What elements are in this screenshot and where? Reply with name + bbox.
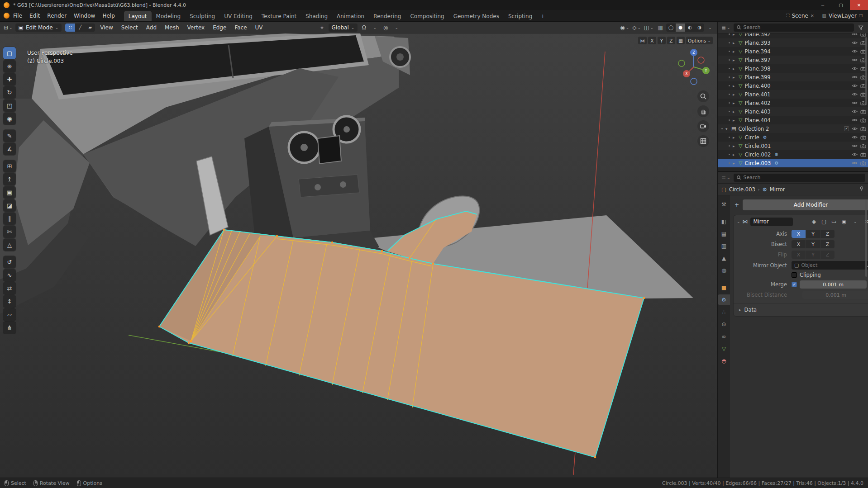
gizmo-neg-y-axis[interactable] [678,60,685,66]
disclosure-triangle-icon[interactable] [733,84,737,88]
snap-grid-icon[interactable]: ▦ [677,37,685,44]
bisect-distance-field[interactable]: 0.001 m [802,291,868,299]
disclosure-triangle-icon[interactable] [733,144,737,148]
minimize-button[interactable]: ─ [814,0,832,10]
outliner-row[interactable]: ▤ ▽ Plane.402 ⚙ ✓ [718,99,868,107]
merge-checkbox[interactable]: ✓ [792,282,797,287]
select-mode-button[interactable]: ▰ [85,24,95,32]
add-workspace-button[interactable]: + [537,11,548,21]
properties-tab[interactable]: ◧ [718,216,730,227]
outliner-row[interactable]: ▤ ▽ Collection 2 ⚙ ✓ [718,124,868,133]
disclosure-triangle-icon[interactable] [733,75,737,80]
properties-tab[interactable]: ▽ [718,343,730,354]
hide-viewport-icon[interactable] [852,75,858,79]
outliner-row[interactable]: ▤ ▽ Plane.399 ⚙ ✓ [718,73,868,81]
properties-tab[interactable]: ▲ [718,253,730,263]
select-mode-button[interactable]: ╱ [75,24,85,32]
toolbar-tool-button[interactable]: ↻ [3,86,16,99]
workspace-tab[interactable]: Animation [332,11,369,21]
properties-tab[interactable]: ∴ [718,307,730,317]
toolbar-tool-button[interactable]: ▱ [3,308,16,321]
workspace-tab[interactable]: Geometry Nodes [449,11,504,21]
axis-y-toggle[interactable]: Y [806,251,820,259]
disable-render-icon[interactable] [860,161,866,166]
disclosure-triangle-icon[interactable] [733,49,737,54]
toolbar-tool-button[interactable]: ✄ [3,226,16,238]
viewport-menu-item[interactable]: Vertex [184,24,208,32]
shading-mode-button[interactable]: ◐ [685,24,695,32]
shading-mode-button[interactable]: ◑ [695,24,704,32]
hide-viewport-icon[interactable] [852,161,858,165]
topbar-menu-item[interactable]: Window [70,11,99,20]
properties-editor-type-icon[interactable]: ≡⌄ [720,173,731,182]
object-name[interactable]: Plane.398 [744,66,770,72]
viewport-canvas[interactable]: ▢ ⊕ ✚ ↻ ◰ ◉ ✎ ∡ ⊞ ↥ [0,33,717,478]
collection-checkbox[interactable]: ✓ [844,126,849,131]
disable-render-icon[interactable] [860,152,866,157]
viewport-menu-item[interactable]: Add [143,24,160,32]
hide-viewport-icon[interactable] [852,135,858,139]
hide-viewport-icon[interactable] [852,101,858,105]
disclosure-triangle-icon[interactable] [733,161,737,166]
data-subpanel[interactable]: ▸ Data [734,303,868,313]
viewport-menu-item[interactable]: Select [118,24,141,32]
xray-toggle[interactable]: ▥ [656,23,665,32]
mirror-object-field[interactable]: ▢ Object [792,261,868,270]
object-name[interactable]: Plane.404 [744,117,770,123]
shading-mode-button[interactable]: ● [676,24,685,32]
hide-viewport-icon[interactable] [852,33,858,36]
toolbar-tool-button[interactable]: ◰ [3,99,16,112]
object-name[interactable]: Circle [744,134,759,141]
disable-render-icon[interactable] [860,127,866,131]
disclosure-triangle-icon[interactable] [733,41,737,45]
toolbar-tool-button[interactable]: ↥ [3,173,16,185]
toolbar-tool-button[interactable]: ⋔ [3,322,16,334]
outliner-row[interactable]: ▤ ▽ Circle ⚙ ✓ [718,133,868,142]
axis-x-toggle[interactable]: X [792,240,806,248]
mirror-axis-toggle[interactable]: Z [667,37,675,44]
disable-render-icon[interactable] [860,118,866,123]
object-name[interactable]: Plane.403 [744,109,770,115]
axis-x-toggle[interactable]: X [792,230,806,238]
workspace-tab[interactable]: Rendering [369,11,405,21]
clipping-checkbox[interactable] [792,272,797,278]
hide-viewport-icon[interactable] [852,41,858,45]
mirror-axis-toggle[interactable]: Y [658,37,666,44]
object-name[interactable]: Plane.401 [744,91,770,98]
disclosure-triangle-icon[interactable] [733,152,737,157]
shading-settings-dropdown[interactable]: ⌄ [706,23,715,32]
hide-viewport-icon[interactable] [852,152,858,156]
hide-viewport-icon[interactable] [852,92,858,96]
properties-tab[interactable]: ⊙ [718,319,730,329]
shading-mode-button[interactable]: ◯ [666,24,676,32]
object-name[interactable]: Plane.397 [744,57,770,63]
disclosure-triangle-icon[interactable] [733,109,737,114]
blender-menu-icon[interactable] [4,13,10,19]
hide-viewport-icon[interactable] [852,127,858,131]
toolbar-tool-button[interactable]: ↕ [3,295,16,308]
properties-tab[interactable]: ■ [718,282,730,293]
axis-z-toggle[interactable]: Z [820,240,835,248]
properties-tab[interactable]: ▥ [718,241,730,251]
toolbar-tool-button[interactable]: ↺ [3,256,16,268]
workspace-tab[interactable]: UV Editing [219,11,257,21]
object-name[interactable]: Plane.400 [744,83,770,89]
scene-unlink-icon[interactable]: ✕ [811,14,814,18]
hide-viewport-icon[interactable] [852,49,858,53]
disclosure-triangle-icon[interactable] [733,135,737,140]
disclosure-triangle-icon[interactable] [733,58,737,62]
workspace-tab[interactable]: Scripting [504,11,537,21]
workspace-tab[interactable]: Layout [124,11,152,21]
outliner-editor-type-icon[interactable]: ≣⌄ [720,23,731,32]
toolbar-tool-button[interactable]: ⇄ [3,282,16,294]
outliner-row[interactable]: ▤ ▽ Plane.397 ⚙ ✓ [718,56,868,64]
visibility-dropdown[interactable]: ◉⌄ [619,23,630,32]
workspace-tab[interactable]: Compositing [405,11,448,21]
outliner-row[interactable]: ▤ ▽ Plane.394 ⚙ ✓ [718,47,868,56]
workspace-tab[interactable]: Modeling [152,11,186,21]
maximize-button[interactable]: ▢ [832,0,850,10]
gizmo-neg-x-axis[interactable] [698,57,704,63]
outliner-row[interactable]: ▤ ▽ Plane.403 ⚙ ✓ [718,107,868,116]
workspace-tab[interactable]: Sculpting [185,11,219,21]
toolbar-tool-button[interactable]: ▣ [3,186,16,199]
